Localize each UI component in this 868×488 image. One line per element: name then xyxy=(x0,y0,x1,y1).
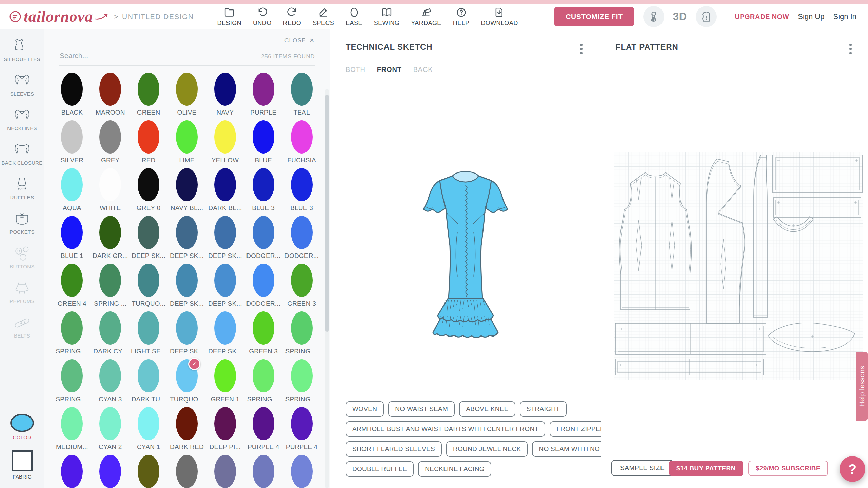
tailornova-logo[interactable]: tailornova xyxy=(9,9,108,24)
help-lessons-tab[interactable]: Help lessons xyxy=(856,352,868,421)
color-swatch-unnamed[interactable] xyxy=(291,455,313,488)
toolbar-item-download[interactable]: DOWNLOAD xyxy=(481,7,518,27)
color-swatch-SPRING ...[interactable] xyxy=(99,264,121,297)
sidebar-item-necklines[interactable]: NECKLINES xyxy=(7,107,37,131)
color-swatch-MAROON[interactable] xyxy=(99,73,121,106)
customize-fit-button[interactable]: CUSTOMIZE FIT xyxy=(554,7,634,26)
pattern-piece-button[interactable] xyxy=(696,6,717,27)
color-swatch-DEEP SK...[interactable] xyxy=(214,264,236,297)
color-swatch-MEDIUM...[interactable] xyxy=(61,407,83,440)
color-swatch-PURPLE 4[interactable] xyxy=(253,407,274,440)
color-swatch-SPRING ...[interactable] xyxy=(291,311,313,345)
color-swatch-unnamed[interactable] xyxy=(176,455,198,488)
toolbar-item-design[interactable]: DESIGN xyxy=(217,7,241,27)
color-swatch-BLUE 3[interactable] xyxy=(291,168,313,201)
color-swatch-TEAL[interactable] xyxy=(291,73,313,106)
color-swatch-RED[interactable] xyxy=(138,120,159,154)
color-swatch-GREEN[interactable] xyxy=(138,73,159,106)
close-panel-button[interactable]: CLOSE ✕ xyxy=(284,37,315,44)
buy-pattern-button[interactable]: $14 BUY PATTERN xyxy=(669,461,743,476)
color-swatch-DARK RED[interactable] xyxy=(176,407,198,440)
sidebar-item-peplums[interactable]: PEPLUMS xyxy=(9,280,35,304)
color-swatch-BLACK[interactable] xyxy=(61,73,83,106)
color-swatch-BLUE 3[interactable] xyxy=(253,168,274,201)
color-swatch-PURPLE[interactable] xyxy=(253,73,274,106)
color-swatch-DARK TU...[interactable] xyxy=(138,359,159,392)
color-swatch-GREEN 1[interactable] xyxy=(214,359,236,392)
color-swatch-DARK BL...[interactable] xyxy=(214,168,236,201)
scrollbar-thumb[interactable] xyxy=(326,95,329,332)
search-input[interactable] xyxy=(59,51,261,60)
color-swatch-CYAN 1[interactable] xyxy=(138,407,159,440)
color-swatch-TURQUO...[interactable] xyxy=(138,264,159,297)
color-swatch-LIME[interactable] xyxy=(176,120,198,154)
color-swatch-DEEP SK...[interactable] xyxy=(138,216,159,249)
color-swatch-DARK GR...[interactable] xyxy=(99,216,121,249)
color-swatch-BLUE 1[interactable] xyxy=(61,216,83,249)
color-swatch-CYAN 3[interactable] xyxy=(99,359,121,392)
sign-up-link[interactable]: Sign Up xyxy=(798,12,824,21)
upgrade-now-link[interactable]: UPGRADE NOW xyxy=(735,13,789,21)
sign-in-link[interactable]: Sign In xyxy=(833,12,857,21)
color-swatch-unnamed[interactable] xyxy=(99,455,121,488)
color-swatch-WHITE[interactable] xyxy=(99,168,121,201)
sidebar-item-ruffles[interactable]: RUFFLES xyxy=(10,176,34,200)
color-swatch-SPRING ...[interactable] xyxy=(253,359,274,392)
color-swatch-DEEP SK...[interactable] xyxy=(176,311,198,345)
sidebar-item-pockets[interactable]: POCKETS xyxy=(9,210,35,235)
sketch-kebab-menu[interactable] xyxy=(577,42,585,56)
toolbar-item-specs[interactable]: SPECS xyxy=(313,7,334,27)
color-swatch-GREEN 3[interactable] xyxy=(253,311,274,345)
toolbar-item-undo[interactable]: UNDO xyxy=(253,7,272,27)
sidebar-item-buttons[interactable]: BUTTONS xyxy=(9,245,35,269)
sidebar-item-sleeves[interactable]: SLEEVES xyxy=(10,72,34,97)
mode-3d-toggle[interactable]: 3D xyxy=(673,11,687,23)
color-swatch-YELLOW[interactable] xyxy=(214,120,236,154)
color-swatch-DEEP SK...[interactable] xyxy=(214,311,236,345)
tab-both[interactable]: BOTH xyxy=(346,66,366,74)
color-swatch-DODGER...[interactable] xyxy=(253,264,274,297)
color-swatch-unnamed[interactable] xyxy=(61,455,83,488)
color-swatch-SPRING ...[interactable] xyxy=(291,359,313,392)
sample-size-button[interactable]: SAMPLE SIZE xyxy=(611,460,673,476)
tab-front[interactable]: FRONT xyxy=(377,66,402,74)
color-swatch-AQUA[interactable] xyxy=(61,168,83,201)
color-swatch-SPRING ...[interactable] xyxy=(61,359,83,392)
pattern-kebab-menu[interactable] xyxy=(847,42,854,56)
mannequin-dress-button[interactable] xyxy=(643,6,664,27)
color-swatch-SPRING ...[interactable] xyxy=(61,311,83,345)
color-swatch-CYAN 2[interactable] xyxy=(99,407,121,440)
color-swatch-BLUE[interactable] xyxy=(253,120,274,154)
sidebar-item-color[interactable]: COLOR xyxy=(10,414,34,440)
help-fab-button[interactable]: ? xyxy=(840,456,865,482)
color-swatch-NAVY BL...[interactable] xyxy=(176,168,198,201)
color-swatch-DEEP PI...[interactable] xyxy=(214,407,236,440)
color-swatch-OLIVE[interactable] xyxy=(176,73,198,106)
sidebar-item-silhouettes[interactable]: SILHOUETTES xyxy=(4,38,40,62)
color-swatch-GREEN 4[interactable] xyxy=(61,264,83,297)
color-swatch-unnamed[interactable] xyxy=(214,455,236,488)
color-swatch-unnamed[interactable] xyxy=(138,455,159,488)
color-swatch-SILVER[interactable] xyxy=(61,120,83,154)
toolbar-item-yardage[interactable]: YARDAGE xyxy=(411,7,441,27)
color-swatch-PURPLE 4[interactable] xyxy=(291,407,313,440)
color-swatch-LIGHT SE...[interactable] xyxy=(138,311,159,345)
toolbar-item-redo[interactable]: REDO xyxy=(283,7,301,27)
sidebar-item-belts[interactable]: BELTS xyxy=(13,314,31,339)
sidebar-item-fabric[interactable]: FABRIC xyxy=(12,450,33,480)
color-swatch-unnamed[interactable] xyxy=(253,455,274,488)
color-swatch-DEEP SK...[interactable] xyxy=(176,264,198,297)
color-swatch-DODGER...[interactable] xyxy=(291,216,313,249)
color-swatch-DODGER...[interactable] xyxy=(253,216,274,249)
sidebar-item-back-closure[interactable]: BACK CLOSURE xyxy=(1,141,42,166)
subscribe-button[interactable]: $29/MO SUBSCRIBE xyxy=(748,461,828,476)
color-swatch-TURQUO...[interactable]: ✓ xyxy=(176,359,198,392)
color-swatch-GREY 0[interactable] xyxy=(138,168,159,201)
toolbar-item-help[interactable]: HELP xyxy=(453,7,470,27)
tab-back[interactable]: BACK xyxy=(413,66,433,74)
color-swatch-DARK CY...[interactable] xyxy=(99,311,121,345)
color-swatch-DEEP SK...[interactable] xyxy=(176,216,198,249)
toolbar-item-sewing[interactable]: SEWING xyxy=(374,7,399,27)
color-swatch-DEEP SK...[interactable] xyxy=(214,216,236,249)
color-swatch-FUCHSIA[interactable] xyxy=(291,120,313,154)
